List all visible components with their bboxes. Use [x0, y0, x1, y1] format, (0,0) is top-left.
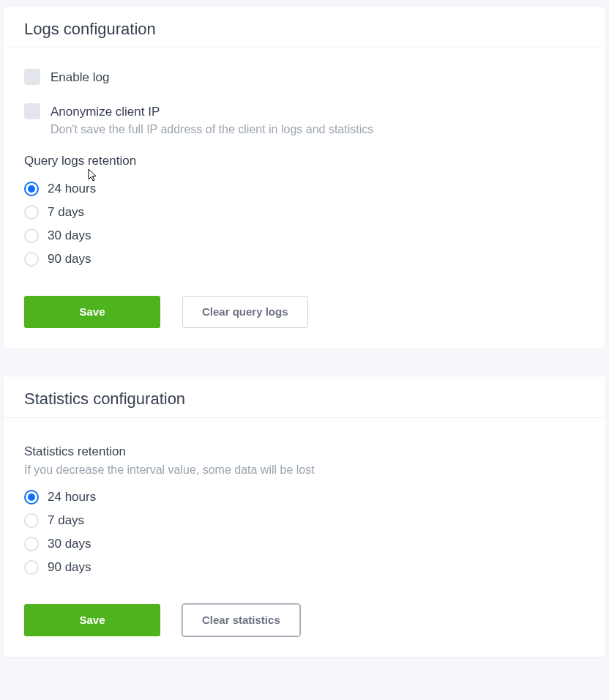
stats-retention-label-0: 24 hours	[48, 490, 96, 504]
anonymize-ip-text: Anonymize client IP Don't save the full …	[51, 103, 373, 136]
stats-card-header: Statistics configuration	[4, 376, 605, 418]
stats-retention-option-0[interactable]: 24 hours	[24, 490, 585, 504]
logs-button-row: Save Clear query logs	[24, 296, 585, 328]
anonymize-ip-checkbox[interactable]	[24, 103, 40, 119]
save-logs-button[interactable]: Save	[24, 296, 160, 328]
stats-retention-label: Statistics retention	[24, 444, 585, 459]
stats-retention-radio-3[interactable]	[24, 560, 39, 575]
stats-retention-radio-1[interactable]	[24, 513, 39, 528]
clear-statistics-button[interactable]: Clear statistics	[182, 604, 300, 636]
enable-log-row[interactable]: Enable log	[24, 69, 585, 86]
stats-retention-heading: Statistics retention If you decrease the…	[24, 444, 585, 477]
stats-retention-option-2[interactable]: 30 days	[24, 537, 585, 551]
query-retention-option-1[interactable]: 7 days	[24, 205, 585, 220]
stats-card: Statistics configuration Statistics rete…	[3, 376, 606, 658]
anonymize-ip-desc: Don't save the full IP address of the cl…	[51, 123, 373, 136]
stats-retention-radio-2[interactable]	[24, 537, 39, 551]
stats-card-body: Statistics retention If you decrease the…	[4, 418, 605, 657]
logs-card: Logs configuration Enable log Anonymize …	[3, 6, 606, 349]
stats-retention-label-1: 7 days	[48, 513, 84, 528]
query-retention-option-3[interactable]: 90 days	[24, 252, 585, 267]
save-stats-button[interactable]: Save	[24, 604, 160, 636]
query-retention-label: Query logs retention	[24, 154, 585, 168]
query-retention-radio-3[interactable]	[24, 252, 39, 267]
stats-retention-group: 24 hours 7 days 30 days 90 days	[24, 490, 585, 584]
query-retention-radio-1[interactable]	[24, 205, 39, 220]
query-retention-label-1: 7 days	[48, 205, 84, 220]
enable-log-text: Enable log	[51, 69, 109, 86]
stats-retention-option-3[interactable]: 90 days	[24, 560, 585, 575]
logs-card-title: Logs configuration	[24, 20, 585, 39]
query-retention-label-3: 90 days	[48, 252, 91, 267]
enable-log-label: Enable log	[51, 69, 109, 86]
anonymize-ip-row[interactable]: Anonymize client IP Don't save the full …	[24, 103, 585, 136]
logs-card-header: Logs configuration	[4, 7, 605, 48]
stats-retention-option-1[interactable]: 7 days	[24, 513, 585, 528]
logs-card-body: Enable log Anonymize client IP Don't sav…	[4, 48, 605, 349]
stats-retention-desc: If you decrease the interval value, some…	[24, 463, 585, 477]
stats-retention-label-2: 30 days	[48, 537, 91, 551]
stats-retention-label-3: 90 days	[48, 560, 91, 575]
page: Logs configuration Enable log Anonymize …	[0, 0, 609, 658]
query-retention-label-0: 24 hours	[48, 182, 96, 196]
query-retention-radio-2[interactable]	[24, 228, 39, 243]
anonymize-ip-label: Anonymize client IP	[51, 103, 373, 120]
query-retention-label-2: 30 days	[48, 228, 91, 243]
stats-button-row: Save Clear statistics	[24, 604, 585, 636]
clear-query-logs-button[interactable]: Clear query logs	[182, 296, 308, 328]
query-retention-option-2[interactable]: 30 days	[24, 228, 585, 243]
enable-log-checkbox[interactable]	[24, 69, 40, 85]
query-retention-option-0[interactable]: 24 hours	[24, 182, 585, 196]
stats-card-title: Statistics configuration	[24, 390, 585, 409]
stats-retention-radio-0[interactable]	[24, 490, 39, 504]
query-retention-group: 24 hours 7 days 30 days 90 days	[24, 182, 585, 275]
query-retention-radio-0[interactable]	[24, 182, 39, 196]
